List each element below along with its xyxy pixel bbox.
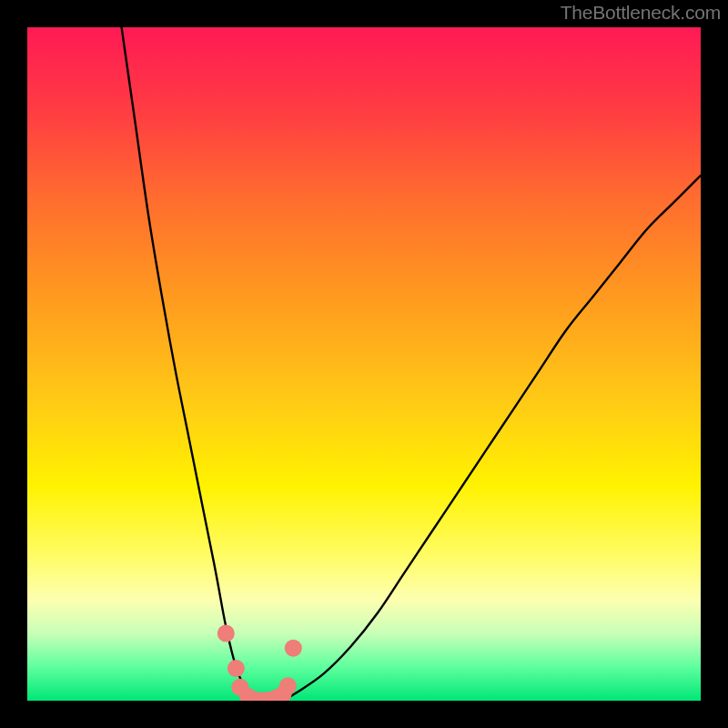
curve-marker (279, 677, 297, 694)
curve-markers (217, 625, 302, 702)
curve-marker (285, 640, 302, 657)
chart-frame: TheBottleneck.com (0, 0, 728, 728)
plot-area (27, 27, 701, 701)
curve-left-path (122, 27, 253, 701)
watermark-text: TheBottleneck.com (561, 2, 721, 24)
bottleneck-curve (27, 27, 701, 701)
curve-marker (217, 625, 235, 642)
curve-right-path (283, 176, 701, 701)
curve-marker (228, 660, 245, 677)
